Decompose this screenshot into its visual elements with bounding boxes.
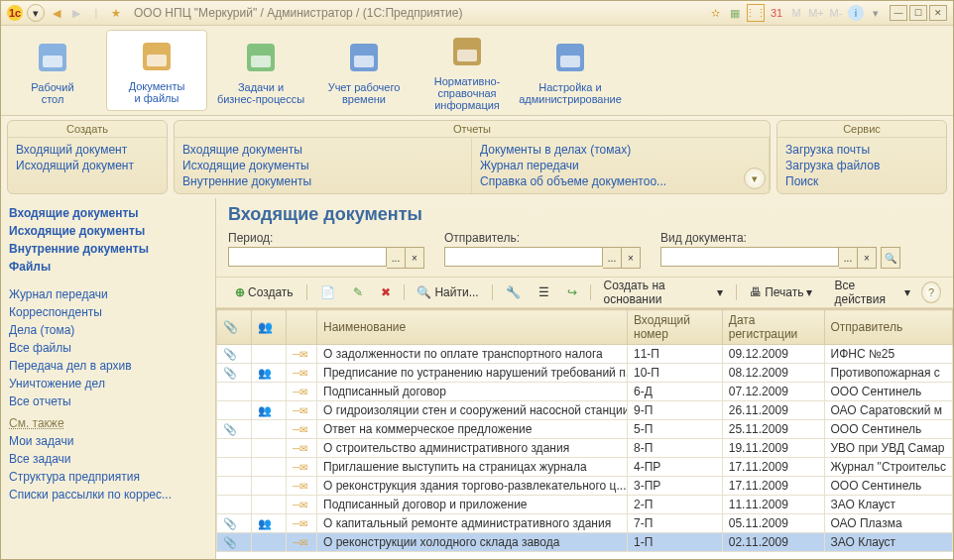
ap-reports-more-button[interactable]: ▾: [744, 168, 766, 189]
filter-period: Период: ... ×: [228, 231, 424, 269]
info-icon[interactable]: i: [848, 5, 864, 21]
filter-doctype-input[interactable]: [660, 247, 839, 267]
cell: [252, 477, 287, 496]
col-header-4[interactable]: Входящий номер: [628, 310, 723, 345]
sidebar-secondary-3[interactable]: Все файлы: [9, 339, 207, 357]
col-header-2[interactable]: [287, 310, 317, 345]
sidebar-secondary-6[interactable]: Все отчеты: [9, 392, 207, 410]
all-actions-button[interactable]: Все действия ▾: [827, 281, 916, 303]
calc-icon[interactable]: ⋮⋮: [747, 4, 765, 22]
col-header-5[interactable]: Дата регистрации: [722, 310, 824, 345]
table-row[interactable]: ─✉О реконструкция здания торгово-развлек…: [217, 477, 953, 496]
delete-button[interactable]: ✖: [374, 281, 398, 303]
table-row[interactable]: ─✉О строительство административного здан…: [217, 439, 953, 458]
sidebar-primary-1[interactable]: Исходящие документы: [9, 222, 207, 240]
grid-toolbar: ⊕Создать 📄 ✎ ✖ 🔍Найти... 🔧 ☰ ↪ Создать н…: [216, 277, 953, 308]
cell: ОАО Саратовский м: [824, 401, 953, 420]
filter-sender-input[interactable]: [444, 247, 603, 267]
table-row[interactable]: 👥─✉О гидроизоляции стен и сооружений нас…: [217, 401, 953, 420]
cell: 3-ПР: [628, 477, 723, 496]
maximize-button[interactable]: ☐: [909, 5, 927, 21]
sidebar-secondary-1[interactable]: Корреспонденты: [9, 303, 207, 321]
section-tab-1[interactable]: Документыи файлы: [106, 30, 207, 111]
section-tab-icon: [241, 38, 281, 77]
section-tab-icon: [447, 32, 487, 71]
edit-button[interactable]: ✎: [346, 281, 370, 303]
ap-report-0-0[interactable]: Входящие документы: [182, 142, 463, 158]
sidebar-secondary-5[interactable]: Уничтожение дел: [9, 375, 207, 392]
col-header-0[interactable]: 📎: [217, 310, 252, 345]
dropdown-icon[interactable]: ▾: [27, 4, 45, 22]
filter-doctype-sel-button[interactable]: ...: [839, 247, 858, 269]
table-row[interactable]: 📎─✉О задолженности по оплате транспортно…: [217, 345, 953, 364]
table-row[interactable]: ─✉Подписанный договор6-Д07.12.2009ООО Се…: [217, 383, 953, 401]
cell: 17.11.2009: [722, 477, 824, 496]
ap-service-1[interactable]: Загрузка файлов: [785, 158, 938, 173]
section-tab-0[interactable]: Рабочийстол: [3, 32, 102, 111]
attachment-icon: 📎: [223, 367, 237, 379]
section-tab-5[interactable]: Настройка иадминистрирование: [521, 32, 620, 111]
ap-report-0-2[interactable]: Внутренние документы: [182, 173, 463, 189]
ap-report-1-2[interactable]: Справка об объеме документоо...: [480, 173, 761, 189]
sidebar-seealso-3[interactable]: Списки рассылки по коррес...: [9, 486, 207, 504]
filter-sender-sel-button[interactable]: ...: [603, 247, 622, 269]
sidebar-primary-3[interactable]: Файлы: [9, 258, 207, 276]
filter-period-input[interactable]: [228, 247, 387, 267]
filter-doctype-search-button[interactable]: 🔍: [881, 247, 900, 269]
ap-report-0-1[interactable]: Исходящие документы: [182, 158, 463, 173]
document-grid[interactable]: 📎👥НаименованиеВходящий номерДата регистр…: [216, 308, 953, 559]
sidebar-seealso-1[interactable]: Все задачи: [9, 450, 207, 468]
filter-period-clear-button[interactable]: ×: [406, 247, 424, 269]
cell: 👥: [252, 514, 287, 533]
sidebar-secondary-0[interactable]: Журнал передачи: [9, 285, 207, 303]
cell: 8-П: [628, 439, 723, 458]
table-row[interactable]: 📎👥─✉О капитальный ремонте административн…: [217, 514, 953, 533]
table-row[interactable]: 📎─✉О реконструкции холодного склада заво…: [217, 533, 953, 552]
create-based-button[interactable]: Создать на основании ▾: [596, 281, 730, 303]
filter-sender-clear-button[interactable]: ×: [622, 247, 641, 269]
sidebar-seealso-2[interactable]: Структура предприятия: [9, 468, 207, 486]
history-icon[interactable]: ▦: [727, 5, 743, 21]
envelope-icon: ─✉: [293, 462, 307, 473]
section-tab-4[interactable]: Нормативно-справочнаяинформация: [417, 32, 517, 111]
section-tab-2[interactable]: Задачи ибизнес-процессы: [211, 32, 310, 111]
find-button[interactable]: 🔍Найти...: [410, 281, 485, 303]
info-drop-icon[interactable]: ▾: [868, 5, 884, 21]
ap-report-1-0[interactable]: Документы в делах (томах): [480, 142, 761, 158]
section-tab-3[interactable]: Учет рабочеговремени: [314, 32, 414, 111]
minimize-button[interactable]: —: [890, 5, 907, 21]
filter-period-sel-button[interactable]: ...: [387, 247, 406, 269]
ap-report-1-1[interactable]: Журнал передачи: [480, 158, 761, 173]
star-icon[interactable]: ★: [108, 5, 124, 21]
nav-fwd-icon[interactable]: ▶: [68, 5, 84, 21]
col-header-6[interactable]: Отправитель: [824, 310, 953, 345]
table-row[interactable]: 📎─✉Ответ на коммерческое предложение5-П2…: [217, 420, 953, 439]
ap-service-2[interactable]: Поиск: [785, 173, 938, 189]
sidebar-seealso-0[interactable]: Мои задачи: [9, 432, 207, 450]
tool-export-button[interactable]: ↪: [560, 281, 584, 303]
help-button[interactable]: ?: [921, 281, 941, 303]
tool-settings-button[interactable]: 🔧: [499, 281, 528, 303]
ap-service-0[interactable]: Загрузка почты: [785, 142, 938, 158]
sidebar-primary-2[interactable]: Внутренние документы: [9, 240, 207, 258]
sidebar-secondary-2[interactable]: Дела (тома): [9, 321, 207, 339]
close-button[interactable]: ✕: [929, 5, 947, 21]
tool-list-button[interactable]: ☰: [532, 281, 556, 303]
print-button[interactable]: 🖶 Печать ▾: [743, 281, 819, 303]
ap-create-1[interactable]: Исходящий документ: [16, 158, 159, 173]
table-row[interactable]: ─✉Подписанный договор и приложение2-П11.…: [217, 496, 953, 514]
copy-button[interactable]: 📄: [313, 281, 342, 303]
fav-add-icon[interactable]: ✫: [707, 5, 723, 21]
ap-create-0[interactable]: Входящий документ: [16, 142, 159, 158]
sidebar-secondary-4[interactable]: Передача дел в архив: [9, 357, 207, 375]
table-row[interactable]: ─✉Приглашение выступить на страницах жур…: [217, 458, 953, 477]
create-button[interactable]: ⊕Создать: [228, 281, 300, 303]
col-header-1[interactable]: 👥: [252, 310, 287, 345]
col-header-3[interactable]: Наименование: [317, 310, 628, 345]
calendar-icon[interactable]: 31: [769, 5, 784, 21]
sidebar-primary-0[interactable]: Входящие документы: [9, 204, 207, 222]
action-group-reports-title: Отчеты: [175, 121, 770, 138]
nav-back-icon[interactable]: ◀: [49, 5, 64, 21]
filter-doctype-clear-button[interactable]: ×: [858, 247, 877, 269]
table-row[interactable]: 📎👥─✉Предписание по устранению нарушений …: [217, 364, 953, 383]
